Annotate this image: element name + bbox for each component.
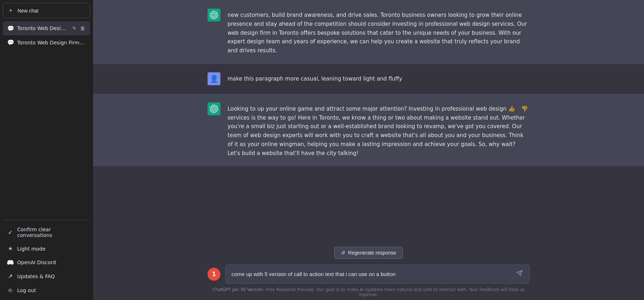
- message-input-box: [225, 265, 530, 284]
- thumbs-down-button[interactable]: 👎: [519, 105, 530, 113]
- footer-text: ChatGPT Jan 30 Version. Free Research Pr…: [208, 287, 530, 297]
- message-input[interactable]: [231, 271, 512, 277]
- conversation-label-1: Toronto Web Design SI: [17, 25, 69, 31]
- conversation-item-2[interactable]: 💬 Toronto Web Design Firm CTA: [3, 35, 90, 49]
- light-mode-item[interactable]: ☀ Light mode: [3, 242, 90, 256]
- message-inner-3: Looking to up your online game and attra…: [208, 102, 530, 158]
- message-block-1: new customers, build brand awareness, an…: [93, 0, 644, 64]
- footer-description: . Free Research Preview. Our goal is to …: [263, 287, 525, 297]
- sidebar: ＋ New chat 💬 Toronto Web Design SI ✎ 🗑 💬…: [0, 0, 93, 300]
- input-area: ↺ Regenerate response 1 ChatGPT Jan 30 V…: [93, 241, 644, 300]
- confirm-clear-label: Confirm clear conversations: [17, 227, 86, 238]
- chat-icon-1: 💬: [7, 25, 14, 32]
- new-chat-label: New chat: [18, 8, 38, 14]
- conversation-list: 💬 Toronto Web Design SI ✎ 🗑 💬 Toronto We…: [3, 21, 90, 217]
- plus-icon: ＋: [8, 7, 14, 14]
- discord-item[interactable]: OpenAI Discord: [3, 256, 90, 269]
- new-chat-button[interactable]: ＋ New chat: [3, 3, 90, 18]
- confirm-clear-item[interactable]: ✓ Confirm clear conversations: [3, 223, 90, 242]
- logout-icon: ⎋: [7, 287, 14, 294]
- send-button[interactable]: [516, 269, 523, 279]
- sidebar-bottom: ✓ Confirm clear conversations ☀ Light mo…: [3, 220, 90, 297]
- user-badge-number: 1: [212, 271, 216, 277]
- edit-conversation-button-1[interactable]: ✎: [72, 25, 77, 32]
- light-mode-label: Light mode: [17, 246, 45, 252]
- conversation-actions-1: ✎ 🗑: [72, 25, 86, 32]
- avatar-gpt-1: [208, 9, 220, 21]
- user-number-badge: 1: [208, 268, 220, 281]
- sun-icon: ☀: [7, 245, 14, 252]
- message-text-1: new customers, build brand awareness, an…: [228, 9, 530, 55]
- regenerate-icon: ↺: [341, 250, 345, 256]
- logout-label: Log out: [17, 287, 36, 293]
- delete-conversation-button-1[interactable]: 🗑: [79, 25, 86, 32]
- updates-faq-label: Updates & FAQ: [17, 274, 55, 279]
- discord-label: OpenAI Discord: [17, 260, 56, 265]
- message-block-2: 👤 make this paragraph more casual, leani…: [93, 64, 644, 94]
- check-icon: ✓: [7, 229, 14, 236]
- message-actions-3: 👍 👎: [507, 105, 530, 113]
- main-content: new customers, build brand awareness, an…: [93, 0, 644, 300]
- avatar-user-2: 👤: [208, 72, 220, 85]
- discord-icon: [7, 259, 14, 266]
- message-text-2: make this paragraph more casual, leaning…: [228, 72, 530, 83]
- logout-item[interactable]: ⎋ Log out: [3, 283, 90, 297]
- updates-faq-item[interactable]: ↗ Updates & FAQ: [3, 269, 90, 283]
- avatar-gpt-3: [208, 102, 220, 115]
- external-link-icon: ↗: [7, 273, 14, 280]
- thumbs-up-button[interactable]: 👍: [507, 105, 517, 113]
- chat-messages: new customers, build brand awareness, an…: [93, 0, 644, 241]
- message-text-3: Looking to up your online game and attra…: [228, 102, 530, 158]
- message-inner-2: 👤 make this paragraph more casual, leani…: [208, 72, 530, 85]
- message-block-3: Looking to up your online game and attra…: [93, 94, 644, 166]
- chat-icon-2: 💬: [7, 39, 14, 46]
- conversation-item-1[interactable]: 💬 Toronto Web Design SI ✎ 🗑: [3, 21, 90, 35]
- conversation-label-2: Toronto Web Design Firm CTA: [17, 40, 86, 45]
- input-row: 1: [208, 265, 530, 284]
- regenerate-button[interactable]: ↺ Regenerate response: [334, 247, 403, 259]
- message-inner-1: new customers, build brand awareness, an…: [208, 9, 530, 55]
- regenerate-label: Regenerate response: [348, 250, 396, 256]
- footer-version-link[interactable]: ChatGPT Jan 30 Version: [213, 287, 263, 292]
